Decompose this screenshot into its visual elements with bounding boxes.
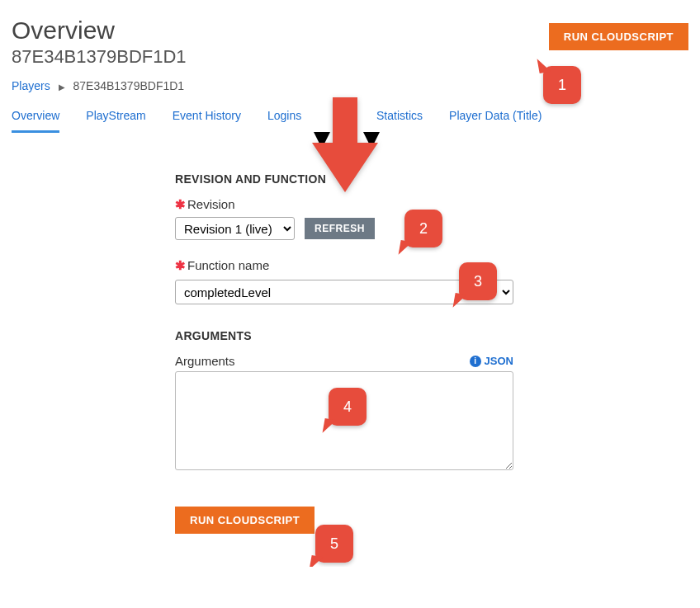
refresh-button[interactable]: REFRESH [305,218,375,239]
breadcrumb: Players ▶ 87E34B1379BDF1D1 [12,79,688,92]
run-cloudscript-top-button[interactable]: RUN CLOUDSCRIPT [549,23,688,50]
breadcrumb-players-link[interactable]: Players [12,79,50,92]
revision-label: ✱Revision [175,197,538,212]
player-id-heading: 87E34B1379BDF1D1 [12,46,187,68]
tab-overview[interactable]: Overview [12,104,59,133]
callout-1: 1 [543,66,581,104]
section-revision-function: REVISION AND FUNCTION [175,172,538,186]
tab-statistics[interactable]: Statistics [376,104,423,133]
section-arguments: ARGUMENTS [175,329,538,342]
tab-event-history[interactable]: Event History [173,104,241,133]
callout-4: 4 [329,388,367,426]
revision-select[interactable]: Revision 1 (live) [175,217,295,240]
callout-2: 2 [404,210,442,247]
page-title: Overview [12,16,187,45]
tab-playstream[interactable]: PlayStream [86,104,145,133]
tab-bar: Overview PlayStream Event History Logins… [12,104,688,133]
callout-5: 5 [315,525,353,563]
chevron-right-icon: ▶ [59,82,65,92]
tab-player-data[interactable]: Player Data (Title) [449,104,542,133]
info-icon: i [470,356,481,367]
tab-logins[interactable]: Logins [267,104,301,133]
tab-partial[interactable]: s [344,104,350,133]
breadcrumb-current: 87E34B1379BDF1D1 [73,79,184,92]
required-asterisk-icon: ✱ [175,197,186,211]
required-asterisk-icon: ✱ [175,258,186,272]
arguments-label: Arguments [175,354,235,368]
json-link[interactable]: i JSON [470,355,513,367]
callout-3: 3 [459,262,497,300]
run-cloudscript-bottom-button[interactable]: RUN CLOUDSCRIPT [175,507,315,534]
